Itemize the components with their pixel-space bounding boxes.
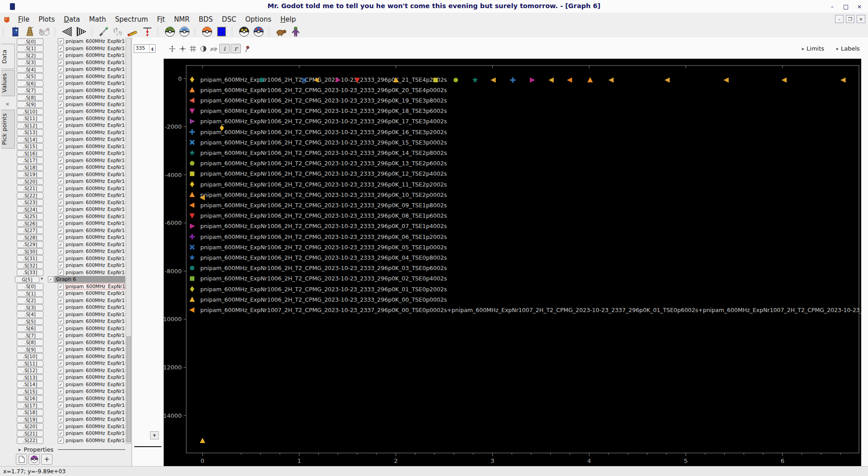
dataset-name[interactable]: pnipam_600MHz_ExpNr1006... — [66, 424, 125, 429]
dataset-name[interactable]: pnipam_600MHz_ExpNr1006... — [66, 312, 125, 317]
dataset-name[interactable]: pnipam_600MHz_ExpNr1005... — [66, 164, 125, 170]
dataset-checkbox[interactable]: ✓ — [58, 312, 64, 317]
scatter-plot[interactable]: 01234560-2000-4000-6000-8000-10000-12000… — [164, 59, 861, 466]
dataset-checkbox[interactable]: ✓ — [58, 38, 64, 44]
dataset-name[interactable]: pnipam_600MHz_ExpNr1005... — [66, 94, 125, 100]
sidebar-tab-pick-points[interactable]: Pick points — [1, 110, 15, 149]
tardis-icon[interactable] — [9, 26, 21, 37]
dataset-name[interactable]: pnipam_600MHz_ExpNr1005... — [66, 256, 125, 261]
dataset-checkbox[interactable]: ✓ — [58, 234, 64, 240]
dataset-name[interactable]: pnipam_600MHz_ExpNr1005... — [66, 242, 125, 247]
dataset-name[interactable]: pnipam_600MHz_ExpNr1005... — [66, 52, 125, 58]
dataset-checkbox[interactable]: ✓ — [58, 108, 64, 114]
menu-help[interactable]: Help — [276, 14, 300, 25]
dataset-checkbox[interactable]: ✓ — [58, 326, 64, 331]
dataset-checkbox[interactable]: ✓ — [58, 136, 64, 142]
pan-tool-icon[interactable] — [167, 44, 177, 53]
new-item-button[interactable] — [16, 454, 27, 465]
dataset-name[interactable]: pnipam_600MHz_ExpNr1006... — [66, 304, 125, 310]
question-marks-icon[interactable]: (??)? — [113, 26, 124, 37]
sonic-screwdriver-icon[interactable] — [98, 26, 110, 37]
dataset-checkbox[interactable]: ✓ — [58, 396, 64, 401]
dataset-label-button[interactable]: .S[15] — [17, 388, 43, 395]
graph-expander-icon[interactable]: ▾ — [41, 276, 43, 281]
dataset-checkbox[interactable]: ✓ — [58, 46, 64, 51]
dataset-label-button[interactable]: .S[13] — [17, 129, 43, 136]
value-spinbox[interactable]: 335 ▲▼ — [134, 44, 156, 53]
dataset-name[interactable]: pnipam_600MHz_ExpNr1006... — [66, 360, 125, 366]
dataset-checkbox[interactable]: ✓ — [58, 340, 64, 345]
dataset-checkbox[interactable]: ✓ — [58, 102, 64, 107]
dataset-checkbox[interactable]: ✓ — [58, 354, 64, 359]
blue-square-icon[interactable] — [216, 26, 227, 37]
dataset-label-button[interactable]: .S[33] — [17, 269, 43, 276]
dataset-checkbox[interactable]: ✓ — [58, 382, 64, 387]
dataset-label-button[interactable]: .S[30] — [17, 248, 43, 255]
dataset-label-button[interactable]: .S[13] — [17, 374, 43, 381]
dataset-checkbox[interactable]: ✓ — [58, 304, 64, 310]
dataset-name[interactable]: pnipam_600MHz_ExpNr1005... — [66, 158, 125, 163]
spinbox-arrows[interactable]: ▲▼ — [149, 45, 155, 52]
dataset-label-button[interactable]: .S[8] — [17, 94, 43, 101]
dataset-label-button[interactable]: .S[16] — [17, 150, 43, 157]
dataset-label-button[interactable]: .S[11] — [17, 115, 43, 122]
dataset-label-button[interactable]: .S[12] — [17, 367, 43, 374]
dataset-checkbox[interactable]: ✓ — [58, 144, 64, 149]
dataset-label-button[interactable]: .S[3] — [17, 59, 43, 66]
dataset-name[interactable]: pnipam_600MHz_ExpNr1005... — [66, 144, 125, 149]
dataset-label-button[interactable]: .S[15] — [17, 143, 43, 150]
dataset-label-button[interactable]: .S[18] — [17, 409, 43, 416]
dataset-name[interactable]: pnipam_600MHz_ExpNr1006... — [66, 388, 125, 394]
alien-figure-icon[interactable] — [290, 26, 302, 37]
scrollbar-thumb[interactable] — [127, 336, 131, 442]
dataset-checkbox[interactable]: ✓ — [58, 94, 64, 100]
menu-nmr[interactable]: NMR — [170, 14, 194, 25]
sidebar-tab-data[interactable]: Data — [1, 44, 15, 69]
dataset-name[interactable]: pnipam_600MHz_ExpNr1005... — [66, 60, 125, 65]
dataset-label-button[interactable]: .S[17] — [17, 157, 43, 164]
dataset-name[interactable]: pnipam_600MHz_ExpNr1005... — [66, 102, 125, 107]
dataset-label-button[interactable]: .S[12] — [17, 122, 43, 129]
phase-tool-icon[interactable]: p/p — [209, 44, 218, 53]
dataset-checkbox[interactable]: ✓ — [58, 192, 64, 198]
sidebar-scrollbar[interactable] — [126, 38, 131, 444]
dataset-name[interactable]: pnipam_600MHz_ExpNr1005... — [66, 46, 125, 51]
dataset-label-button[interactable]: .S[2] — [17, 297, 43, 304]
dataset-label-button[interactable]: .S[10] — [17, 353, 43, 360]
dataset-checkbox[interactable]: ✓ — [58, 256, 64, 261]
dataset-label-button[interactable]: .S[21] — [17, 430, 43, 437]
dataset-name[interactable]: pnipam_600MHz_ExpNr1006... — [66, 402, 125, 408]
dataset-label-button[interactable]: .S[3] — [17, 304, 43, 311]
dataset-label-button[interactable]: .S[19] — [17, 171, 43, 178]
dataset-label-button[interactable]: .S[17] — [17, 402, 43, 409]
dataset-name[interactable]: pnipam_600MHz_ExpNr1006... — [66, 332, 125, 338]
dataset-label-button[interactable]: .S[5] — [17, 318, 43, 325]
dataset-checkbox[interactable]: ✓ — [58, 298, 64, 303]
child-restore-button[interactable]: ❐ — [846, 15, 854, 23]
dataset-label-button[interactable]: .S[25] — [17, 213, 43, 220]
child-minimize-button[interactable]: – — [835, 15, 844, 23]
dataset-label-button[interactable]: .S[6] — [17, 80, 43, 87]
dataset-name[interactable]: pnipam_600MHz_ExpNr1005... — [66, 200, 125, 205]
minimize-button[interactable]: – — [828, 2, 836, 10]
dataset-checkbox[interactable]: ✓ — [58, 220, 64, 226]
dataset-label-button[interactable]: .S[7] — [17, 87, 43, 94]
dataset-label-button[interactable]: .S[1] — [17, 290, 43, 297]
dataset-label-button[interactable]: .S[7] — [17, 332, 43, 339]
close-button[interactable]: × — [855, 2, 863, 10]
dataset-name[interactable]: pnipam_600MHz_ExpNr1005... — [66, 192, 125, 198]
menu-options[interactable]: Options — [241, 14, 276, 25]
dataset-label-button[interactable]: .S[19] — [17, 416, 43, 423]
dataset-label-button[interactable]: .S[20] — [17, 178, 43, 185]
dataset-label-button[interactable]: .S[1] — [17, 45, 43, 52]
dataset-name[interactable]: pnipam_600MHz_ExpNr1006... — [66, 283, 125, 289]
dataset-label-button[interactable]: .S[5] — [17, 73, 43, 80]
properties-section[interactable]: ▸ Properties — [15, 445, 128, 454]
dataset-name[interactable]: pnipam_600MHz_ExpNr1005... — [66, 206, 125, 212]
dataset-name[interactable]: pnipam_600MHz_ExpNr1006... — [66, 368, 125, 373]
plot-canvas[interactable]: 01234560-2000-4000-6000-8000-10000-12000… — [164, 59, 861, 466]
master-ball-button[interactable] — [28, 454, 40, 465]
dataset-checkbox[interactable]: ✓ — [48, 276, 54, 282]
sidebar-tab-values[interactable]: Values — [1, 70, 15, 96]
grid-toggle-icon[interactable] — [188, 44, 198, 53]
